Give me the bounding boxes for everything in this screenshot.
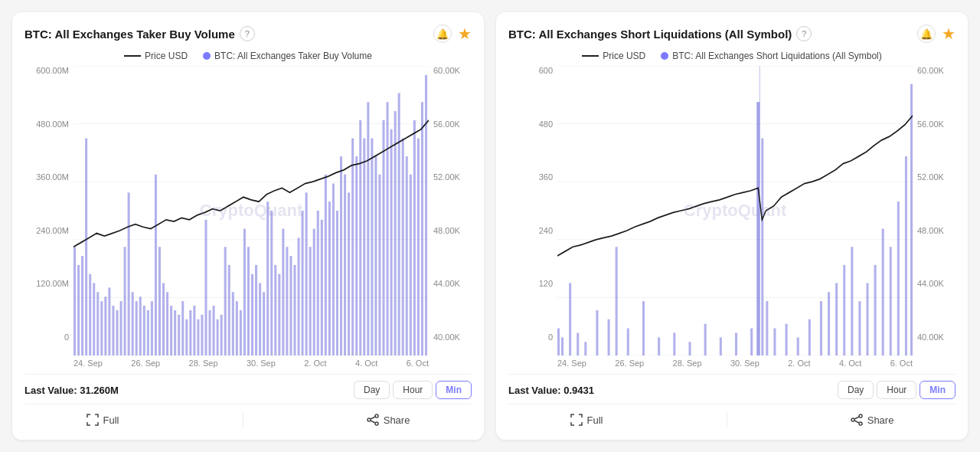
svg-rect-74 [336, 211, 338, 355]
y-axis-right-1: 60.00K 56.00K 52.00K 48.00K 44.00K 40.00… [429, 66, 472, 355]
svg-rect-144 [897, 201, 900, 355]
divider-1 [243, 412, 243, 427]
svg-rect-110 [557, 329, 560, 355]
chart-svg-2 [557, 66, 913, 355]
svg-rect-53 [255, 265, 257, 355]
svg-rect-113 [577, 332, 579, 355]
hour-button-1[interactable]: Hour [393, 381, 433, 399]
chart-card-2: BTC: All Exchanges Short Liquidations (A… [496, 12, 968, 440]
chart-footer-1: Last Value: 31.260M Day Hour Min [24, 374, 472, 399]
svg-rect-33 [178, 315, 180, 355]
svg-rect-64 [298, 237, 300, 355]
legend-price-2: Price USD [582, 51, 645, 61]
x-axis-2: 24. Sep 26. Sep 28. Sep 30. Sep 2. Oct 4… [557, 355, 913, 368]
svg-rect-20 [128, 192, 130, 355]
svg-rect-123 [704, 324, 707, 355]
star-icon-2[interactable]: ★ [942, 25, 956, 43]
info-icon-2[interactable]: ? [796, 26, 812, 41]
svg-rect-13 [100, 301, 103, 355]
y-axis-left-2: 600 480 360 240 120 0 [508, 66, 557, 355]
hour-button-2[interactable]: Hour [877, 381, 916, 399]
svg-rect-134 [820, 301, 822, 355]
min-button-1[interactable]: Min [436, 381, 472, 399]
svg-rect-117 [616, 247, 618, 355]
day-button-1[interactable]: Day [354, 381, 390, 399]
svg-rect-12 [96, 292, 99, 355]
svg-rect-9 [85, 139, 87, 356]
svg-rect-78 [351, 139, 354, 356]
svg-line-151 [854, 421, 859, 423]
svg-rect-44 [220, 315, 223, 355]
x-axis-1: 24. Sep 26. Sep 28. Sep 30. Sep 2. Oct 4… [74, 355, 429, 368]
legend-price-label-1: Price USD [145, 51, 188, 61]
svg-rect-116 [608, 319, 610, 355]
star-icon-1[interactable]: ★ [458, 25, 472, 43]
svg-rect-35 [185, 319, 188, 355]
svg-rect-85 [378, 175, 381, 355]
svg-rect-27 [155, 175, 157, 355]
chart-inner-2: CryptoQuant [557, 66, 913, 355]
svg-rect-114 [584, 342, 586, 355]
legend-line-1 [124, 55, 141, 57]
svg-point-149 [859, 422, 862, 425]
share-icon-2 [851, 414, 863, 426]
svg-rect-90 [398, 93, 400, 355]
svg-rect-137 [843, 265, 845, 355]
svg-rect-128 [761, 139, 763, 356]
svg-rect-121 [673, 332, 675, 355]
svg-rect-124 [720, 337, 722, 355]
svg-rect-16 [112, 306, 114, 355]
svg-rect-145 [905, 156, 907, 355]
svg-rect-6 [74, 247, 76, 355]
svg-rect-57 [270, 211, 273, 355]
svg-rect-70 [321, 220, 323, 355]
svg-rect-80 [359, 120, 361, 355]
bell-icon-2[interactable]: 🔔 [917, 25, 936, 43]
svg-rect-89 [394, 111, 397, 355]
svg-rect-84 [374, 156, 377, 355]
svg-rect-29 [162, 283, 165, 356]
svg-rect-37 [193, 306, 195, 355]
share-button-2[interactable]: Share [851, 414, 894, 426]
chart-inner-1: CryptoQuant [74, 66, 429, 355]
time-buttons-2: Day Hour Min [838, 381, 956, 399]
svg-rect-22 [136, 301, 138, 355]
bell-icon-1[interactable]: 🔔 [433, 25, 452, 43]
card-actions-2: Full Share [508, 404, 956, 427]
full-button-2[interactable]: Full [570, 414, 603, 426]
chart-title-2: BTC: All Exchanges Short Liquidations (A… [508, 28, 792, 41]
legend-1: Price USD BTC: All Exchanges Taker Buy V… [24, 51, 472, 61]
svg-rect-81 [363, 139, 365, 356]
svg-line-101 [371, 417, 375, 419]
share-button-1[interactable]: Share [367, 414, 410, 426]
day-button-2[interactable]: Day [838, 381, 874, 399]
svg-rect-32 [174, 310, 176, 355]
min-button-2[interactable]: Min [920, 381, 956, 399]
chart-header-2: BTC: All Exchanges Short Liquidations (A… [508, 25, 956, 43]
svg-line-150 [854, 417, 859, 419]
svg-rect-115 [596, 310, 598, 355]
header-icons-2: 🔔 ★ [917, 25, 956, 43]
svg-rect-41 [209, 310, 211, 355]
svg-rect-54 [259, 283, 261, 356]
info-icon-1[interactable]: ? [240, 26, 255, 41]
svg-rect-48 [236, 301, 238, 355]
svg-rect-140 [866, 283, 868, 356]
svg-rect-40 [204, 220, 207, 355]
svg-rect-60 [282, 229, 284, 355]
svg-point-99 [368, 418, 371, 421]
svg-rect-69 [317, 211, 319, 355]
svg-rect-14 [104, 296, 106, 355]
share-icon-1 [367, 414, 379, 426]
svg-rect-68 [313, 229, 315, 355]
svg-rect-58 [274, 265, 276, 355]
svg-rect-131 [786, 324, 788, 355]
svg-rect-71 [325, 175, 327, 355]
svg-rect-50 [243, 229, 246, 355]
svg-rect-10 [89, 274, 91, 355]
full-button-1[interactable]: Full [87, 414, 119, 426]
svg-rect-51 [247, 247, 250, 355]
svg-rect-88 [390, 129, 393, 355]
svg-rect-129 [766, 301, 768, 355]
svg-rect-133 [808, 319, 811, 355]
